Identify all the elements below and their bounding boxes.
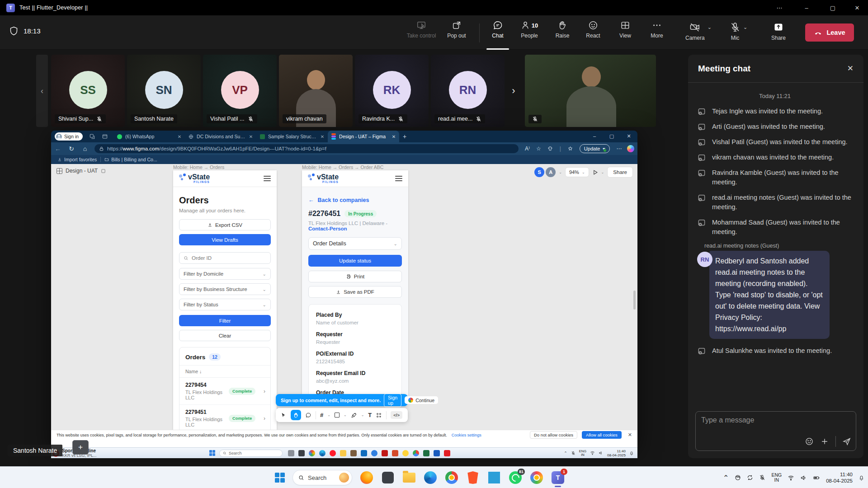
browser-menu-icon[interactable]: ⋯ [616, 145, 622, 152]
notification-bell-icon[interactable] [859, 475, 864, 481]
tab-close-icon[interactable]: ✕ [178, 134, 181, 139]
camera-chevron-icon[interactable]: ⌄ [708, 24, 712, 30]
browser-tab[interactable]: DC Divisions and Surroundings✕ [185, 131, 256, 142]
address-bar[interactable]: https://www.figma.com/design/9BKQ0FOHRWa… [94, 144, 519, 153]
shape-tool-icon[interactable] [335, 413, 340, 418]
send-icon[interactable] [842, 437, 851, 446]
tab-close-icon[interactable]: ✕ [321, 134, 324, 139]
taskbar-app-chrome-profile[interactable] [530, 471, 543, 484]
hamburger-menu-icon[interactable] [395, 174, 402, 182]
emoji-icon[interactable] [805, 437, 814, 446]
share-control[interactable]: Share [771, 22, 786, 41]
taskbar-app-brave[interactable] [466, 471, 480, 484]
present-chevron-icon[interactable]: ⌄ [601, 170, 604, 174]
hand-tool-icon[interactable] [291, 410, 301, 420]
titlebar-more-icon[interactable]: ⋯ [769, 0, 790, 15]
chat-button[interactable]: Chat [481, 20, 515, 47]
filter-domicile-dropdown[interactable]: Filter by Domicile⌄ [179, 268, 271, 280]
order-row[interactable]: 2279451TL Flex Holdings LLC Complete › [179, 405, 270, 430]
message-input[interactable] [701, 416, 850, 424]
browser-tab-active[interactable]: Design - UAT – Figma✕ [328, 131, 399, 142]
tray-expand-icon[interactable]: ⌃ [723, 474, 729, 482]
taskbar-search[interactable]: Search [292, 470, 352, 485]
pen-tool-icon[interactable] [351, 412, 357, 418]
frame-label[interactable]: Mobile: Home → Orders → Order ABC [302, 164, 383, 170]
taskbar-app-edge[interactable] [424, 471, 437, 484]
new-tab-icon[interactable]: + [403, 133, 406, 140]
collaborator-avatar[interactable]: A [546, 167, 556, 177]
attach-plus-icon[interactable] [820, 437, 829, 446]
filter-button[interactable]: Filter [179, 315, 271, 326]
view-button[interactable]: View [608, 20, 642, 47]
read-aloud-icon[interactable]: A⁾ [525, 145, 530, 152]
extensions-icon[interactable] [547, 146, 553, 152]
chat-close-icon[interactable]: ✕ [847, 64, 854, 73]
dev-mode-toggle[interactable] [391, 411, 402, 419]
column-header[interactable]: Name ↓ [179, 365, 270, 378]
camera-control[interactable]: Camera ⌄ [685, 22, 712, 41]
components-tool-icon[interactable] [376, 412, 382, 418]
back-to-companies-link[interactable]: ←Back to companies [308, 197, 402, 203]
taskbar-app-firefox[interactable] [360, 471, 373, 484]
leave-button[interactable]: Leave [805, 23, 854, 42]
strip-scroll-right[interactable]: › [508, 80, 519, 101]
google-continue-button[interactable]: Continue [405, 396, 438, 404]
participant-tile[interactable]: RN read.ai mee... [431, 55, 505, 127]
tab-actions-icon[interactable] [102, 133, 108, 140]
taskbar-app-dark[interactable] [381, 471, 395, 484]
browser-update-button[interactable]: Update ♥ [580, 144, 610, 153]
participant-tile[interactable]: RK Ravindra K... [355, 55, 429, 127]
taskbar-app-whatsapp[interactable]: 81 [509, 471, 522, 484]
edge-tray-icon[interactable] [735, 474, 741, 481]
workspaces-icon[interactable] [89, 133, 95, 140]
taskbar-app-teams[interactable]: 1 [551, 471, 565, 484]
update-tray-icon[interactable] [747, 474, 753, 481]
raise-hand-button[interactable]: Raise [545, 20, 580, 47]
participant-tile[interactable]: SN Santosh Narate [127, 55, 201, 127]
avatars-chevron-icon[interactable]: ⌄ [559, 170, 562, 174]
favorite-star-icon[interactable]: ☆ [536, 145, 541, 152]
mic-tray-icon[interactable] [759, 474, 765, 481]
minimize-icon[interactable]: – [796, 0, 817, 15]
back-icon[interactable]: ← [51, 145, 65, 152]
mic-chevron-icon[interactable]: ⌄ [743, 24, 747, 30]
wifi-icon[interactable] [788, 474, 794, 481]
hamburger-menu-icon[interactable] [264, 174, 271, 182]
export-csv-button[interactable]: Export CSV [179, 219, 271, 230]
strip-scroll-left[interactable]: ‹ [36, 55, 48, 127]
favorite-import[interactable]: Import favorites [57, 157, 97, 162]
browser-close-icon[interactable]: ✕ [620, 131, 637, 141]
frame-tool-icon[interactable]: # [320, 412, 323, 418]
clock[interactable]: 11:4008-04-2025 [826, 471, 853, 484]
clear-button[interactable]: Clear [179, 330, 271, 341]
deny-cookies-button[interactable]: Do not allow cookies [530, 431, 577, 439]
maximize-icon[interactable]: ▢ [822, 0, 844, 15]
save-as-pdf-button[interactable]: Save as PDF [308, 286, 402, 298]
order-row[interactable]: 2279454TL Flex Holdings LLC Complete › [179, 378, 270, 405]
figma-doc-chip[interactable]: Design - UAT [57, 168, 106, 174]
tab-close-icon[interactable]: ✕ [392, 134, 396, 139]
figma-signup-button[interactable]: Sign up [384, 394, 401, 407]
pop-out-button[interactable]: Pop out [439, 20, 474, 47]
browser-minimize-icon[interactable]: – [586, 131, 603, 141]
canvas-scrollbar[interactable] [633, 291, 636, 310]
close-icon[interactable]: ✕ [846, 0, 868, 15]
update-status-button[interactable]: Update status [308, 255, 402, 267]
spotlight-video-tile[interactable] [525, 55, 656, 127]
taskbar-app-file-explorer[interactable] [402, 471, 416, 484]
battery-icon[interactable] [813, 474, 820, 481]
print-button[interactable]: Print [308, 271, 402, 282]
allow-cookies-button[interactable]: Allow all cookies [582, 431, 622, 439]
zoom-selector[interactable]: 94%⌄ [565, 167, 589, 177]
favorites-bar-icon[interactable] [567, 146, 573, 152]
people-button[interactable]: 10 People [512, 20, 547, 47]
filter-business-structure-dropdown[interactable]: Filter by Business Structure⌄ [179, 283, 271, 295]
comment-tool-icon[interactable] [305, 412, 311, 418]
present-icon[interactable] [592, 169, 598, 175]
participant-tile[interactable]: SS Shivani Sup... [51, 55, 125, 127]
volume-icon[interactable] [800, 474, 807, 481]
participant-tile-video[interactable]: vikram chavan [279, 55, 353, 127]
react-button[interactable]: React [576, 20, 610, 47]
browser-tab[interactable]: Sample Salary Structure with calc✕ [256, 131, 328, 142]
move-tool-icon[interactable] [280, 412, 287, 418]
